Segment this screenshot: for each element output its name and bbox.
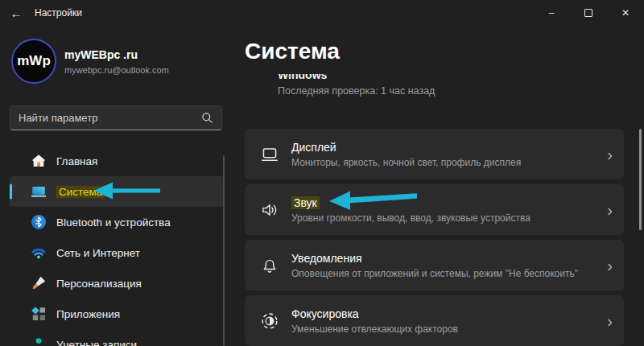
window-title: Настройки (35, 7, 82, 19)
card-display[interactable]: Дисплей Мониторы, яркость, ночной свет, … (245, 129, 624, 179)
main-content: Система Windows Последняя проверка: 1 ча… (233, 26, 644, 346)
sidebar-item-network[interactable]: Сеть и Интернет (10, 237, 224, 268)
card-title: Звук (291, 196, 320, 209)
wifi-icon (31, 245, 47, 261)
search-icon (201, 112, 213, 124)
selected-accent-pill (10, 184, 12, 200)
card-title: Дисплей (291, 141, 336, 154)
sidebar-item-label: Главная (56, 155, 97, 167)
card-subtitle: Уменьшение отвлекающих факторов (291, 323, 607, 335)
chevron-right-icon: › (607, 146, 613, 163)
speaker-icon (259, 200, 280, 220)
sidebar-item-apps[interactable]: Приложения (10, 299, 224, 329)
home-icon (31, 153, 47, 169)
close-icon: ✕ (621, 7, 630, 19)
avatar: mWp (11, 39, 56, 84)
paintbrush-icon (31, 275, 47, 291)
card-title: Фокусировка (291, 307, 359, 320)
sidebar-item-system[interactable]: Система (10, 176, 224, 207)
sidebar-item-home[interactable]: Главная (10, 146, 224, 176)
display-icon (259, 144, 280, 165)
sidebar-nav: Главная Система Bluetooth и устройств (10, 146, 224, 346)
main-scrollbar[interactable] (639, 129, 642, 230)
titlebar: ← Настройки – ✕ (0, 0, 644, 26)
minimize-button[interactable]: – (533, 0, 570, 26)
sidebar-item-label: Персонализация (56, 278, 142, 290)
person-icon (31, 336, 47, 346)
card-title: Уведомления (291, 252, 362, 265)
close-button[interactable]: ✕ (607, 0, 644, 26)
maximize-icon (584, 9, 592, 17)
sidebar-item-label: Система (56, 186, 105, 198)
chevron-right-icon: › (607, 313, 613, 329)
back-arrow-icon: ← (10, 6, 23, 20)
sidebar-item-label: Bluetooth и устройства (56, 216, 171, 229)
sidebar-item-label: Учетные записи (56, 339, 137, 346)
focus-icon (259, 311, 280, 332)
sidebar: mWp myWEBpc .ru mywebpc.ru@outlook.com Г… (0, 26, 233, 346)
card-notifications[interactable]: Уведомления Оповещения от приложений и с… (245, 240, 624, 290)
bell-icon (259, 255, 280, 276)
sidebar-item-bluetooth[interactable]: Bluetooth и устройства (10, 207, 224, 237)
profile-email: mywebpc.ru@outlook.com (64, 65, 169, 75)
apps-icon (31, 306, 47, 322)
profile-name: myWEBpc .ru (64, 48, 169, 61)
search-box[interactable] (10, 105, 222, 130)
clipped-card-title: Windows (278, 74, 327, 82)
profile-row[interactable]: mWp myWEBpc .ru mywebpc.ru@outlook.com (11, 39, 169, 84)
card-subtitle: Мониторы, яркость, ночной свет, профиль … (291, 157, 607, 168)
sidebar-item-label: Приложения (56, 308, 120, 320)
card-sound[interactable]: Звук Уровни громкости, вывод, ввод, звук… (245, 184, 624, 235)
card-focus[interactable]: Фокусировка Уменьшение отвлекающих факто… (245, 295, 624, 346)
chevron-right-icon: › (607, 202, 613, 218)
settings-cards: Дисплей Мониторы, яркость, ночной свет, … (245, 129, 624, 346)
back-button[interactable]: ← (0, 0, 32, 26)
card-subtitle: Оповещения от приложений и системы, режи… (291, 268, 607, 279)
last-check-text: Последняя проверка: 1 час назад (278, 85, 435, 97)
chevron-right-icon: › (607, 257, 613, 274)
bluetooth-icon (31, 214, 47, 230)
sidebar-item-label: Сеть и Интернет (56, 247, 140, 259)
sidebar-scrollbar[interactable] (223, 155, 225, 346)
search-input[interactable] (19, 112, 201, 124)
sidebar-item-personalization[interactable]: Персонализация (10, 268, 224, 299)
system-icon (31, 183, 47, 200)
page-title: Система (245, 39, 340, 64)
maximize-button[interactable] (570, 0, 607, 26)
card-subtitle: Уровни громкости, вывод, ввод, звуковые … (291, 212, 607, 224)
minimize-icon: – (549, 7, 555, 19)
sidebar-item-accounts[interactable]: Учетные записи (10, 329, 224, 346)
